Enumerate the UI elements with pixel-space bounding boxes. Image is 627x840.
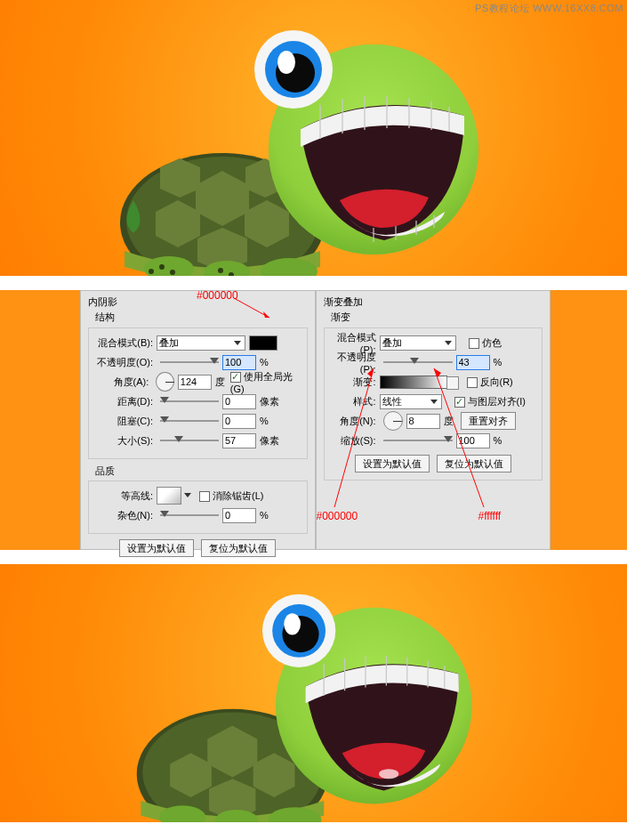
quality-group: 等高线: 消除锯齿(L) 杂色(N): % (88, 481, 308, 534)
style-select[interactable]: 线性 (380, 394, 442, 409)
gradient-overlay-panel: 渐变叠加 渐变 混合模式(P): 叠加 仿色 不透明度(P): % 渐变: 反向… (316, 290, 551, 550)
layer-style-panels: 内阴影 结构 #000000 混合模式(B): 叠加 不透明度(O): % 角度… (0, 290, 627, 550)
turtle-illustration (0, 0, 498, 276)
annotation-color-black: #000000 (197, 289, 238, 302)
antialias-checkbox[interactable] (199, 491, 210, 502)
turtle-illustration-bottom (0, 564, 498, 822)
color-swatch[interactable] (249, 335, 277, 351)
contour-label: 等高线: (94, 489, 157, 503)
svg-point-56 (379, 769, 398, 779)
reverse-label: 反向(R) (480, 376, 513, 387)
angle-unit: 度 (215, 376, 225, 389)
choke-label: 阻塞(C): (94, 415, 157, 428)
dither-checkbox[interactable] (469, 338, 479, 349)
gradient-group: 混合模式(P): 叠加 仿色 不透明度(P): % 渐变: 反向(R) 样式: … (324, 327, 543, 481)
angle-unit: 度 (444, 415, 454, 428)
opacity-label: 不透明度(P): (330, 351, 380, 375)
orange-side-left (0, 290, 80, 550)
svg-point-14 (218, 268, 223, 273)
angle-input[interactable] (406, 414, 440, 429)
angle-label: 角度(N): (330, 415, 380, 428)
noise-label: 杂色(N): (94, 509, 157, 522)
size-label: 大小(S): (94, 434, 157, 448)
opacity-input[interactable] (222, 355, 256, 370)
svg-point-60 (284, 613, 301, 634)
svg-point-32 (277, 51, 295, 74)
size-slider[interactable] (160, 435, 219, 446)
scale-input[interactable] (456, 433, 490, 448)
align-checkbox[interactable] (454, 397, 465, 408)
annotation-white: #ffffff (478, 510, 502, 522)
reset-default-button[interactable]: 复位为默认值 (437, 455, 511, 472)
opacity-slider[interactable] (160, 357, 219, 368)
percent-sign: % (494, 357, 502, 368)
illustration-top: PS教程论坛 WWW.16XX8.COM (0, 0, 627, 276)
noise-input[interactable] (222, 508, 256, 523)
blend-mode-select[interactable]: 叠加 (157, 335, 245, 351)
svg-point-11 (159, 264, 165, 270)
dither-label: 仿色 (482, 337, 502, 348)
choke-input[interactable] (222, 414, 256, 429)
blend-mode-label: 混合模式(B): (94, 336, 157, 350)
scale-slider[interactable] (383, 435, 453, 446)
align-label: 与图层对齐(I) (468, 396, 526, 407)
antialias-label: 消除锯齿(L) (213, 490, 263, 501)
percent-sign: % (494, 435, 502, 446)
percent-sign: % (260, 416, 269, 426)
opacity-label: 不透明度(O): (94, 356, 157, 369)
opacity-slider[interactable] (383, 357, 453, 368)
make-default-button[interactable]: 设置为默认值 (355, 455, 430, 472)
annotation-black: #000000 (317, 510, 358, 522)
percent-sign: % (260, 510, 269, 521)
size-input[interactable] (222, 433, 256, 448)
blend-mode-select[interactable]: 叠加 (380, 335, 456, 351)
gradient-label: 渐变: (330, 376, 380, 389)
distance-slider[interactable] (160, 396, 219, 407)
scale-label: 缩放(S): (330, 434, 380, 448)
angle-label: 角度(A): (94, 376, 152, 389)
illustration-bottom (0, 564, 627, 822)
distance-unit: 像素 (260, 395, 279, 408)
choke-slider[interactable] (160, 416, 219, 426)
distance-input[interactable] (222, 394, 256, 409)
svg-point-13 (149, 269, 154, 274)
reset-default-button[interactable]: 复位为默认值 (201, 539, 276, 557)
size-unit: 像素 (260, 434, 279, 448)
svg-point-12 (170, 270, 175, 275)
style-label: 样式: (330, 395, 380, 408)
angle-input[interactable] (178, 375, 212, 390)
reverse-checkbox[interactable] (467, 377, 478, 388)
contour-picker[interactable] (157, 487, 181, 505)
percent-sign: % (260, 357, 269, 368)
section-structure-heading: 结构 (95, 311, 308, 324)
orange-side-right (551, 290, 627, 550)
reset-align-button[interactable]: 重置对齐 (461, 412, 516, 430)
make-default-button[interactable]: 设置为默认值 (119, 539, 194, 557)
opacity-input[interactable] (456, 355, 490, 370)
gradient-bar[interactable] (380, 376, 447, 389)
section-quality-heading: 品质 (95, 464, 308, 478)
structure-group: 混合模式(B): 叠加 不透明度(O): % 角度(A): 度 使用全局光(G)… (88, 327, 308, 459)
inner-shadow-panel: 内阴影 结构 #000000 混合模式(B): 叠加 不透明度(O): % 角度… (80, 290, 316, 550)
angle-dial[interactable] (383, 411, 403, 431)
noise-slider[interactable] (160, 510, 219, 521)
panel-title: 渐变叠加 (324, 295, 543, 309)
section-gradient-heading: 渐变 (331, 311, 543, 324)
use-global-light-checkbox[interactable] (230, 372, 241, 383)
distance-label: 距离(D): (94, 395, 157, 408)
angle-dial[interactable] (156, 372, 174, 392)
